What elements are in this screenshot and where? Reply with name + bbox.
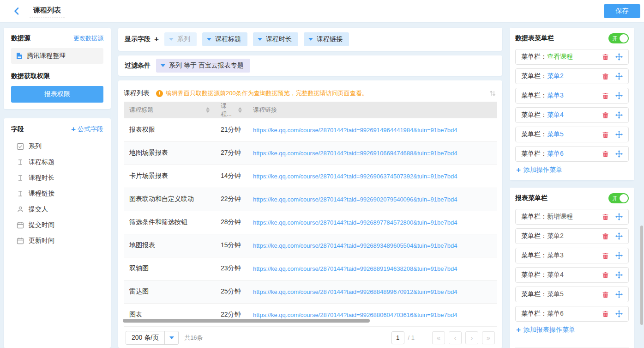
menu-item-value[interactable]: 菜单5 (547, 130, 564, 139)
sort-arrows-icon[interactable] (238, 107, 242, 113)
trash-icon[interactable] (602, 233, 609, 240)
page-size-select[interactable]: 200 条/页 (126, 331, 179, 345)
menu-item-value[interactable]: 菜单6 (547, 150, 564, 158)
trash-icon[interactable] (602, 291, 609, 298)
menu-item-value[interactable]: 菜单2 (547, 232, 564, 240)
course-link[interactable]: https://ke.qq.com/course/2870144?taid=99… (253, 242, 457, 249)
menu-item[interactable]: 菜单栏：菜单4 (515, 267, 629, 283)
filter-chip[interactable]: 系列 等于 百宝云报表专题 (156, 59, 250, 73)
move-icon[interactable] (615, 271, 623, 279)
display-chip-course-link[interactable]: 课程链接 (304, 32, 349, 46)
field-item-course-duration[interactable]: 课程时长 (11, 170, 103, 186)
menu-item[interactable]: 菜单栏：查看课程 (515, 49, 629, 65)
move-icon[interactable] (615, 150, 623, 158)
prev-page-button[interactable]: ‹ (449, 331, 462, 344)
course-link[interactable]: https://ke.qq.com/course/2870144?taid=99… (253, 219, 457, 226)
data-menu-toggle[interactable]: 开 (608, 33, 629, 43)
menu-item[interactable]: 菜单栏：菜单5 (515, 127, 629, 142)
menu-item-value[interactable]: 查看课程 (547, 53, 573, 61)
report-permission-button[interactable]: 报表权限 (11, 86, 103, 103)
menu-item[interactable]: 菜单栏：新增课程 (515, 209, 629, 225)
trash-icon[interactable] (602, 131, 609, 138)
trash-icon[interactable] (602, 272, 609, 279)
filter-label: 过滤条件 (125, 61, 150, 70)
menu-item-value[interactable]: 菜单4 (547, 271, 564, 279)
menu-item[interactable]: 菜单栏：菜单6 (515, 306, 629, 322)
trash-icon[interactable] (602, 311, 609, 317)
field-item-update-time[interactable]: 更新时间 (11, 233, 103, 249)
field-item-course-link[interactable]: 课程链接 (11, 186, 103, 201)
last-page-button[interactable]: » (482, 331, 495, 344)
field-item-submitter[interactable]: 提交人 (11, 201, 103, 217)
datasource-item[interactable]: 腾讯课程整理 (11, 48, 103, 64)
next-page-button[interactable]: › (465, 331, 478, 344)
move-icon[interactable] (615, 53, 623, 61)
menu-item[interactable]: 菜单栏：菜单2 (515, 228, 629, 244)
move-icon[interactable] (615, 131, 623, 138)
first-page-button[interactable]: « (432, 331, 445, 344)
field-item-submit-time[interactable]: 提交时间 (11, 217, 103, 233)
course-link[interactable]: https://ke.qq.com/course/2870144?taid=99… (253, 127, 457, 134)
back-button[interactable] (10, 5, 23, 18)
fields-title: 字段 (11, 125, 24, 134)
move-icon[interactable] (615, 73, 623, 80)
pagination-bar: 200 条/页 共16条 / 1 « ‹ › » (124, 327, 497, 348)
vertical-scrollbar[interactable] (640, 226, 643, 325)
course-link[interactable]: https://ke.qq.com/course/2870144?taid=99… (253, 311, 457, 318)
field-item-course-title[interactable]: 课程标题 (11, 154, 103, 170)
course-link[interactable]: https://ke.qq.com/course/2870144?taid=99… (253, 173, 457, 180)
move-icon[interactable] (615, 92, 623, 99)
trash-icon[interactable] (602, 54, 609, 61)
display-chip-course-title[interactable]: 课程标题 (202, 32, 247, 46)
move-icon[interactable] (615, 213, 623, 220)
field-item-series[interactable]: 系列 (11, 139, 103, 154)
display-chip-series[interactable]: 系列 (164, 32, 197, 46)
report-menu-toggle[interactable]: 开 (608, 193, 629, 203)
column-header-course-title[interactable]: 课程标题 (124, 102, 215, 118)
trash-icon[interactable] (602, 112, 609, 119)
sort-arrows-icon[interactable] (206, 107, 210, 113)
trash-icon[interactable] (602, 73, 609, 80)
change-datasource-link[interactable]: 更改数据源 (73, 34, 103, 43)
page-number-input[interactable] (391, 331, 404, 344)
course-link[interactable]: https://ke.qq.com/course/2870144?taid=99… (253, 265, 457, 272)
save-button[interactable]: 保存 (604, 4, 640, 18)
course-link[interactable]: https://ke.qq.com/course/2870144?taid=99… (253, 150, 457, 157)
menu-item-value[interactable]: 新增课程 (547, 213, 573, 221)
menu-item[interactable]: 菜单栏：菜单2 (515, 68, 629, 84)
course-link[interactable]: https://ke.qq.com/course/2870144?taid=99… (253, 196, 457, 203)
add-formula-field-link[interactable]: + 公式字段 (73, 125, 103, 134)
add-data-menu-link[interactable]: + 添加操作菜单 (516, 165, 629, 175)
menu-item[interactable]: 菜单栏：菜单5 (515, 287, 629, 302)
move-icon[interactable] (615, 111, 623, 119)
horizontal-scrollbar[interactable] (123, 319, 370, 323)
menu-item[interactable]: 菜单栏：菜单4 (515, 107, 629, 123)
trash-icon[interactable] (602, 92, 609, 99)
menu-item-value[interactable]: 菜单4 (547, 111, 564, 119)
menu-item-value[interactable]: 菜单5 (547, 290, 564, 299)
datasource-panel: 数据源 更改数据源 腾讯课程整理 数据获取权限 报表权限 (4, 28, 111, 109)
move-icon[interactable] (615, 252, 623, 259)
menu-item-value[interactable]: 菜单2 (547, 72, 564, 80)
chevron-down-icon (308, 38, 313, 41)
top-bar: 课程列表 保存 (0, 0, 644, 22)
course-link[interactable]: https://ke.qq.com/course/2870144?taid=99… (253, 288, 457, 295)
sort-tool-icon[interactable] (488, 89, 497, 98)
move-icon[interactable] (615, 232, 623, 240)
menu-item[interactable]: 菜单栏：菜单3 (515, 248, 629, 263)
add-display-field-button[interactable]: + (154, 35, 159, 44)
trash-icon[interactable] (602, 214, 609, 220)
column-header-course-link[interactable]: 课程链接 (247, 102, 497, 118)
menu-item-value[interactable]: 菜单6 (547, 310, 564, 318)
move-icon[interactable] (615, 291, 623, 298)
menu-item[interactable]: 菜单栏：菜单3 (515, 88, 629, 104)
menu-item-value[interactable]: 菜单3 (547, 92, 564, 100)
menu-item-value[interactable]: 菜单3 (547, 251, 564, 260)
display-chip-course-duration[interactable]: 课程时长 (253, 32, 298, 46)
column-header-course-duration[interactable]: 课程... (215, 102, 247, 118)
move-icon[interactable] (615, 310, 623, 317)
menu-item[interactable]: 菜单栏：菜单6 (515, 146, 629, 162)
trash-icon[interactable] (602, 151, 609, 158)
add-report-menu-link[interactable]: + 添加报表操作菜单 (516, 325, 629, 335)
trash-icon[interactable] (602, 252, 609, 259)
